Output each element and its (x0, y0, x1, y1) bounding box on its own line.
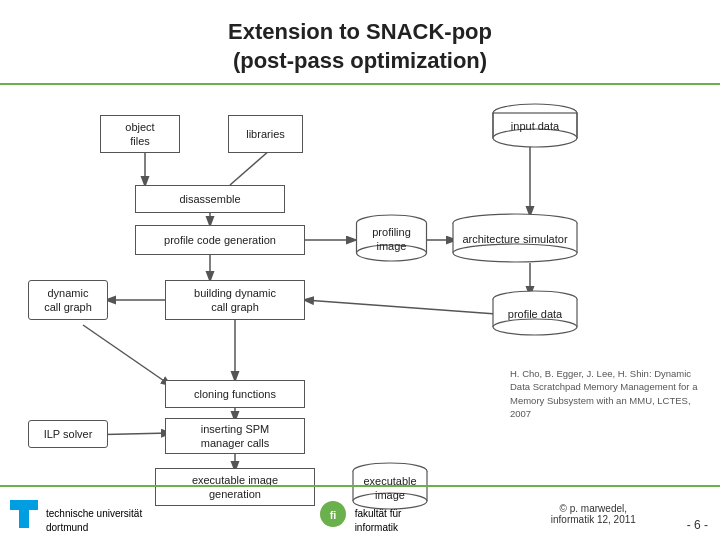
ilp-solver-box: ILP solver (28, 420, 108, 448)
footer-center: fi fakultät für informatik (243, 493, 476, 535)
footer-left: technische universität dortmund (10, 493, 243, 535)
header: Extension to SNACK-pop (post-pass optimi… (0, 0, 720, 85)
ilp-solver-label: ILP solver (44, 427, 93, 441)
svg-point-30 (453, 244, 577, 262)
svg-line-1 (230, 150, 270, 185)
disassemble-label: disassemble (179, 192, 240, 206)
svg-line-10 (83, 325, 170, 385)
arch-sim-label: architecture simulator (462, 232, 567, 246)
copyright-text: © p. marwedel, informatik 12, 2011 (551, 503, 636, 525)
page-container: Extension to SNACK-pop (post-pass optimi… (0, 0, 720, 540)
disassemble-box: disassemble (135, 185, 285, 213)
profile-code-gen-box: profile code generation (135, 225, 305, 255)
building-dcg-box: building dynamic call graph (165, 280, 305, 320)
object-files-label: object files (125, 120, 154, 149)
svg-point-35 (493, 319, 577, 335)
footer: technische universität dortmund fi fakul… (0, 485, 720, 540)
object-files-box: object files (100, 115, 180, 153)
tu-logo-icon (10, 500, 38, 528)
diagram-area: object files libraries disassemble profi… (0, 85, 720, 480)
cloning-functions-label: cloning functions (194, 387, 276, 401)
dynamic-call-graph-label: dynamic call graph (44, 286, 92, 315)
svg-rect-41 (10, 500, 38, 510)
svg-text:fi: fi (329, 509, 336, 521)
university-name: technische universität dortmund (46, 493, 142, 535)
input-data-cylinder: input data (490, 103, 580, 148)
libraries-box: libraries (228, 115, 303, 153)
profile-data-label: profile data (508, 307, 562, 321)
exec-image-label: executable image (363, 474, 416, 503)
svg-rect-42 (19, 510, 29, 528)
svg-line-7 (305, 300, 510, 315)
libraries-label: libraries (246, 127, 285, 141)
reference-box: H. Cho, B. Egger, J. Lee, H. Shin: Dynam… (510, 367, 705, 420)
profile-code-gen-label: profile code generation (164, 233, 276, 247)
fi-logo-icon: fi (319, 500, 347, 528)
building-dcg-label: building dynamic call graph (194, 286, 276, 315)
profiling-image-cylinder: profiling image (354, 213, 429, 265)
inserting-spm-box: inserting SPM manager calls (165, 418, 305, 454)
profile-data-cylinder: profile data (490, 290, 580, 338)
arch-sim-cylinder: architecture simulator (450, 213, 580, 265)
input-data-label: input data (511, 119, 559, 133)
page-number: - 6 - (687, 518, 708, 532)
dynamic-call-graph-box: dynamic call graph (28, 280, 108, 320)
page-title: Extension to SNACK-pop (post-pass optimi… (10, 18, 710, 75)
footer-right: © p. marwedel, informatik 12, 2011 (477, 503, 710, 525)
reference-text: H. Cho, B. Egger, J. Lee, H. Shin: Dynam… (510, 368, 697, 419)
cloning-functions-box: cloning functions (165, 380, 305, 408)
profiling-image-label: profiling image (372, 225, 411, 254)
inserting-spm-label: inserting SPM manager calls (201, 422, 269, 451)
